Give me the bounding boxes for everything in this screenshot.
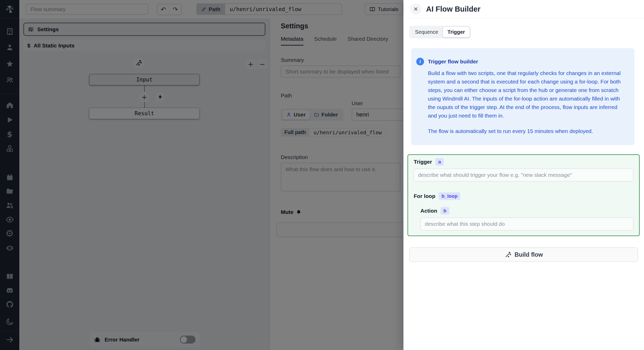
- build-flow-label: Build flow: [515, 251, 543, 258]
- action-label: Action: [420, 208, 437, 214]
- error-handler-label: Error Handler: [105, 337, 139, 343]
- zoom-out-button[interactable]: −: [257, 59, 267, 69]
- ai-flow-builder-drawer: ✕ AI Flow Builder Sequence Trigger i Tri…: [403, 0, 644, 350]
- redo-button[interactable]: ↷: [169, 4, 181, 15]
- github-icon[interactable]: [5, 300, 14, 309]
- trigger-bolt-button[interactable]: [155, 92, 165, 102]
- info-body: Build a flow with two scripts, one that …: [428, 69, 627, 120]
- favorites-star-icon[interactable]: [6, 60, 14, 68]
- close-icon[interactable]: ✕: [410, 3, 421, 15]
- bell-icon: [296, 210, 301, 215]
- path-value: u/henri/unrivaled_flow: [225, 4, 342, 14]
- sidebar-divider: [0, 331, 19, 331]
- tutorials-button[interactable]: Tutorials: [365, 3, 403, 15]
- user-input[interactable]: [352, 109, 403, 121]
- audit-eye-icon[interactable]: [5, 215, 14, 224]
- dollar-icon: $: [27, 43, 30, 49]
- tutorials-label: Tutorials: [378, 6, 399, 12]
- settings-panel: Settings Metadata Schedule Shared Direct…: [270, 19, 403, 350]
- zoom-in-button[interactable]: +: [245, 59, 256, 69]
- action-description-input[interactable]: [420, 218, 633, 230]
- user-field-label: User: [352, 100, 403, 106]
- dark-mode-moon-icon[interactable]: [6, 318, 14, 326]
- schedules-calendar-icon[interactable]: [6, 173, 14, 181]
- expand-arrow-icon[interactable]: [6, 336, 14, 344]
- home-icon[interactable]: [6, 101, 14, 109]
- drawer-title: AI Flow Builder: [426, 5, 480, 13]
- pencil-icon: [201, 7, 206, 12]
- tab-sequence[interactable]: Sequence: [410, 27, 443, 37]
- trigger-builder-form: Trigger a For loop b_loop Action b: [408, 154, 640, 236]
- folders-icon[interactable]: [6, 187, 14, 195]
- settings-panel-title: Settings: [281, 22, 400, 30]
- tab-schedule[interactable]: Schedule: [314, 36, 337, 46]
- windmill-flow-editor: $: [0, 0, 644, 350]
- flow-settings-node[interactable]: Settings: [23, 23, 265, 36]
- full-path-value: u/henri/unrivaled_flow: [309, 128, 386, 137]
- runs-play-icon[interactable]: [6, 116, 14, 124]
- empty-field-box[interactable]: [276, 222, 403, 237]
- discord-icon[interactable]: [5, 286, 14, 295]
- trigger-description-input[interactable]: [414, 169, 633, 181]
- tab-trigger[interactable]: Trigger: [443, 27, 470, 37]
- all-static-inputs-node[interactable]: $ All Static Inputs: [23, 40, 265, 51]
- tab-metadata[interactable]: Metadata: [281, 36, 303, 46]
- static-inputs-label: All Static Inputs: [34, 43, 75, 49]
- variables-dollar-icon[interactable]: $: [7, 130, 12, 138]
- info-content: Trigger flow builder Build a flow with t…: [428, 59, 627, 135]
- workspace-icon[interactable]: [6, 27, 14, 36]
- owner-kind-toggle: User Folder: [281, 109, 343, 121]
- full-path-chip: Full path u/henri/unrivaled_flow: [281, 128, 386, 137]
- folder-icon: [314, 112, 319, 117]
- summary-input[interactable]: [281, 65, 400, 78]
- mode-toggle: Sequence Trigger: [409, 26, 471, 38]
- path-section-label: Path: [281, 93, 400, 99]
- forloop-label: For loop: [414, 193, 435, 199]
- path-badge-label: Path: [209, 6, 221, 12]
- undo-redo-group: ↶ ↷: [157, 4, 182, 15]
- workers-robot-icon[interactable]: [5, 243, 14, 252]
- description-label: Description: [281, 154, 400, 160]
- settings-gear-icon[interactable]: ⚙: [5, 229, 14, 238]
- error-handler-bar[interactable]: Error Handler: [89, 332, 200, 347]
- flow-summary-input[interactable]: [26, 4, 148, 15]
- person-icon: [286, 112, 291, 117]
- error-handler-toggle[interactable]: [180, 336, 196, 344]
- path-badge: Path: [197, 4, 225, 14]
- sidebar-divider: [0, 93, 19, 94]
- owner-user-option[interactable]: User: [282, 110, 310, 120]
- flow-canvas[interactable]: Settings $ All Static Inputs + − Input +…: [19, 19, 270, 350]
- forloop-badge: b_loop: [439, 192, 460, 200]
- path-display[interactable]: Path u/henri/unrivaled_flow: [196, 3, 342, 15]
- owner-folder-option[interactable]: Folder: [310, 110, 342, 120]
- build-flow-button[interactable]: Build flow: [409, 247, 638, 262]
- undo-button[interactable]: ↶: [157, 4, 169, 15]
- trigger-step-label: Trigger: [414, 159, 432, 165]
- groups-admin-icon[interactable]: [5, 201, 14, 210]
- flow-toolbar: ↶ ↷ Path u/henri/unrivaled_flow Tutorial…: [19, 0, 403, 19]
- tab-shared-directory[interactable]: Shared Directory: [348, 36, 388, 46]
- action-badge: b: [440, 207, 449, 215]
- wand-icon: [505, 251, 511, 258]
- resources-cubes-icon[interactable]: [6, 145, 14, 153]
- add-step-button[interactable]: +: [139, 92, 149, 102]
- user-icon[interactable]: [6, 43, 14, 52]
- docs-book-icon[interactable]: [6, 272, 14, 280]
- app-sidebar: $: [0, 0, 19, 350]
- result-node[interactable]: Result: [89, 108, 200, 119]
- mute-label: Mute: [281, 209, 293, 215]
- trigger-info-box: i Trigger flow builder Build a flow with…: [411, 48, 634, 145]
- summary-label: Summary: [281, 57, 400, 63]
- ai-wand-button[interactable]: [133, 57, 144, 69]
- book-open-icon: [369, 6, 375, 12]
- bug-icon: [94, 336, 101, 343]
- windmill-logo-icon[interactable]: [4, 4, 15, 14]
- trigger-step-badge: a: [435, 158, 444, 166]
- groups-icon[interactable]: [6, 76, 14, 84]
- full-path-label: Full path: [281, 128, 309, 137]
- drawer-header: ✕ AI Flow Builder: [404, 0, 644, 18]
- info-title: Trigger flow builder: [428, 59, 627, 65]
- owner-folder-label: Folder: [321, 112, 338, 118]
- description-textarea[interactable]: [281, 163, 400, 191]
- input-node[interactable]: Input: [89, 74, 200, 85]
